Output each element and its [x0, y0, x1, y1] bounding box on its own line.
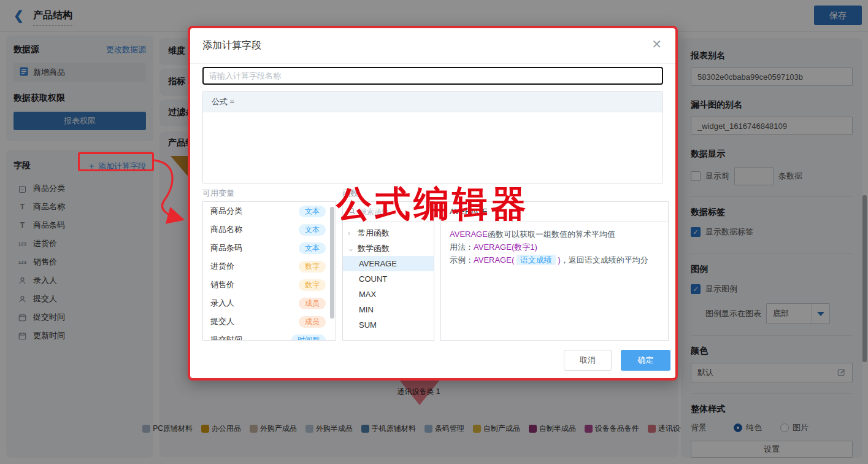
- type-badge: 成员: [299, 298, 326, 309]
- calc-field-name-input[interactable]: [202, 67, 663, 85]
- variable-row[interactable]: 销售价数字: [203, 276, 336, 294]
- variable-row[interactable]: 商品名称文本: [203, 220, 336, 239]
- type-badge: 时间戳: [291, 334, 326, 341]
- variables-list: 商品分类文本 商品名称文本 商品条码文本 进货价数字 销售价数字 录入人成员 提…: [202, 201, 336, 341]
- type-badge: 成员: [299, 316, 326, 328]
- close-icon[interactable]: ✕: [651, 37, 662, 52]
- chevron-down-icon: ⌄: [348, 244, 354, 253]
- functions-tree: ›常用函数 ⌄数学函数 AVERAGE COUNT MAX MIN SUM: [342, 201, 434, 341]
- function-item-min[interactable]: MIN: [343, 302, 434, 317]
- function-doc-panel: AVERAGE AVERAGE函数可以获取一组数值的算术平均值 用法：AVERA…: [440, 201, 669, 341]
- add-calc-field-modal: 添加计算字段 ✕ 公式 = 可用变量 函数 商品分类文本 商品名称文本 商品条码…: [188, 26, 678, 381]
- doc-line-description: AVERAGE函数可以获取一组数值的算术平均值: [450, 228, 659, 241]
- confirm-button[interactable]: 确定: [621, 350, 670, 371]
- functions-label: 函数: [342, 188, 358, 199]
- function-search[interactable]: [343, 202, 434, 222]
- variables-label: 可用变量: [202, 188, 234, 199]
- variable-row[interactable]: 录入人成员: [203, 294, 336, 312]
- variable-row[interactable]: 商品分类文本: [203, 202, 336, 220]
- function-doc-header: AVERAGE: [441, 202, 668, 222]
- type-badge: 文本: [299, 206, 326, 217]
- divider: [190, 63, 675, 64]
- variable-row[interactable]: 提交人成员: [203, 312, 336, 331]
- function-item-count[interactable]: COUNT: [343, 271, 434, 287]
- function-search-input[interactable]: [359, 207, 421, 216]
- doc-line-example: 示例：AVERAGE( 语文成绩 )，返回语文成绩的平均分: [450, 253, 659, 266]
- variable-row[interactable]: 进货价数字: [203, 257, 336, 276]
- search-icon: [348, 206, 356, 217]
- formula-label: 公式 =: [203, 91, 663, 112]
- variables-scrollbar[interactable]: [330, 207, 334, 319]
- function-group-math[interactable]: ⌄数学函数: [343, 241, 434, 256]
- function-item-average[interactable]: AVERAGE: [343, 256, 434, 271]
- function-item-sum[interactable]: SUM: [343, 317, 434, 333]
- function-item-max[interactable]: MAX: [343, 287, 434, 302]
- modal-title: 添加计算字段: [202, 39, 261, 52]
- variable-row[interactable]: 商品条码文本: [203, 239, 336, 257]
- type-badge: 文本: [299, 224, 326, 236]
- type-badge: 数字: [299, 261, 326, 273]
- function-group-common[interactable]: ›常用函数: [343, 225, 434, 241]
- chevron-right-icon: ›: [348, 229, 354, 238]
- type-badge: 文本: [299, 242, 326, 254]
- formula-editor[interactable]: 公式 =: [202, 91, 663, 184]
- cancel-button[interactable]: 取消: [564, 350, 612, 371]
- type-badge: 数字: [299, 279, 326, 291]
- doc-line-usage: 用法：AVERAGE(数字1): [450, 241, 659, 253]
- variable-row[interactable]: 提交时间时间戳: [203, 331, 336, 341]
- example-field-chip: 语文成绩: [517, 255, 556, 265]
